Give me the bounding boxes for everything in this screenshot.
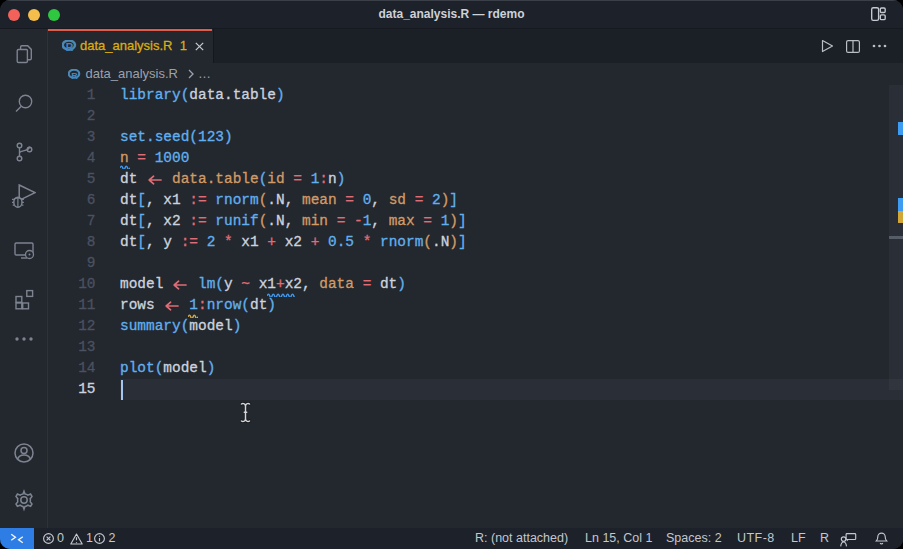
svg-text:R: R [71,71,78,80]
svg-text:R: R [66,41,74,52]
